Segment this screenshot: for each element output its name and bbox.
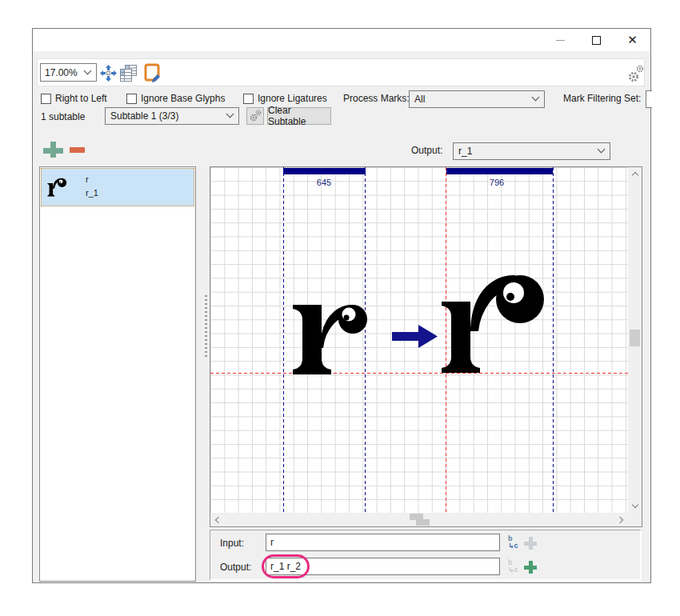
ignore-ligatures-label: Ignore Ligatures bbox=[258, 93, 327, 104]
maximize-button[interactable] bbox=[578, 29, 614, 51]
scroll-right-button[interactable] bbox=[614, 513, 628, 526]
process-marks-value: All bbox=[414, 94, 425, 105]
add-substitution-button[interactable] bbox=[43, 142, 63, 158]
chevron-down-icon bbox=[226, 110, 234, 118]
subtable-settings-button[interactable] bbox=[246, 107, 264, 125]
glyph-canvas: 645 796 bbox=[210, 166, 642, 527]
advance-width-value-result: 796 bbox=[468, 178, 526, 187]
opentype-designer-window: ✕ 17.00% bbox=[32, 28, 651, 583]
plus-icon-bar bbox=[529, 561, 533, 574]
chevron-left-icon bbox=[215, 516, 222, 522]
arrow-to-c-icon: ↳c bbox=[508, 566, 518, 574]
horizontal-scroll-thumb-grip[interactable] bbox=[416, 519, 430, 526]
arrow-to-c-icon: ↳c bbox=[508, 542, 518, 550]
minimize-button[interactable] bbox=[542, 29, 578, 51]
substitution-arrow-icon bbox=[392, 325, 438, 349]
chevron-right-icon bbox=[617, 516, 623, 522]
chevron-down-icon bbox=[598, 146, 606, 154]
mark-filtering-set-combobox[interactable] bbox=[646, 90, 652, 108]
baseline-guide bbox=[210, 373, 628, 374]
fit-to-window-button[interactable] bbox=[99, 64, 118, 82]
pan-arrows-icon bbox=[99, 64, 118, 82]
lookup-output-combobox[interactable]: r_1 bbox=[453, 142, 610, 160]
process-marks-label: Process Marks: bbox=[343, 93, 410, 104]
remove-substitution-button[interactable] bbox=[70, 147, 85, 153]
edit-lookup-button[interactable] bbox=[142, 64, 162, 82]
input-field[interactable]: r bbox=[266, 534, 500, 551]
chevron-up-icon bbox=[631, 172, 638, 178]
item-input-glyph-name: r bbox=[86, 174, 89, 184]
process-marks-combobox[interactable]: All bbox=[409, 90, 545, 108]
confirm-input-button-disabled bbox=[524, 537, 537, 550]
annotation-highlight-ellipse bbox=[262, 554, 310, 578]
subtable-combobox[interactable]: Subtable 1 (3/3) bbox=[105, 107, 239, 125]
source-glyph-r bbox=[286, 302, 370, 374]
subtable-value: Subtable 1 (3/3) bbox=[110, 110, 178, 122]
class-manager-button[interactable] bbox=[119, 64, 138, 82]
output-label: Output: bbox=[220, 562, 251, 573]
guide-line-left-sidebearing bbox=[283, 167, 284, 513]
gears-icon bbox=[627, 64, 645, 83]
confirm-output-button[interactable] bbox=[524, 561, 537, 574]
title-bar: ✕ bbox=[33, 29, 650, 51]
guide-line-advance bbox=[553, 167, 554, 513]
minimize-icon bbox=[556, 40, 565, 41]
subtable-count-label: 1 subtable bbox=[41, 111, 85, 122]
scroll-down-button[interactable] bbox=[628, 499, 642, 513]
tables-icon bbox=[119, 64, 138, 82]
toolbar: 17.00% bbox=[37, 58, 645, 86]
input-value: r bbox=[270, 537, 274, 548]
scroll-left-button[interactable] bbox=[210, 513, 224, 526]
advance-width-value-source: 645 bbox=[295, 178, 353, 187]
gears-icon bbox=[250, 110, 262, 122]
scrollbar-corner bbox=[628, 513, 642, 526]
ignore-base-glyphs-checkbox[interactable] bbox=[126, 94, 137, 104]
plus-icon-bar bbox=[50, 142, 56, 158]
result-glyph-r1 bbox=[440, 272, 552, 374]
input-label: Input: bbox=[220, 538, 244, 549]
ignore-ligatures-checkbox[interactable] bbox=[243, 94, 254, 104]
scroll-up-button[interactable] bbox=[628, 167, 642, 181]
chevron-down-icon bbox=[532, 94, 540, 102]
lookup-output-value: r_1 bbox=[458, 146, 472, 157]
clear-subtable-button[interactable]: Clear Subtable bbox=[267, 107, 331, 125]
chevron-down-icon bbox=[631, 502, 638, 508]
panel-splitter[interactable] bbox=[205, 295, 207, 358]
plus-icon-bar bbox=[529, 537, 533, 550]
mark-filtering-set-label: Mark Filtering Set: bbox=[563, 93, 641, 104]
right-to-left-checkbox[interactable] bbox=[41, 94, 51, 104]
maximize-icon bbox=[592, 36, 601, 45]
glyph-thumbnail-r bbox=[47, 175, 68, 199]
vertical-scroll-thumb[interactable] bbox=[630, 330, 640, 346]
chevron-down-icon bbox=[84, 66, 92, 74]
item-output-glyph-name: r_1 bbox=[86, 188, 98, 198]
substitution-list[interactable]: r r_1 bbox=[39, 166, 196, 582]
glyph-drawing-area[interactable]: 645 796 bbox=[210, 167, 628, 513]
glyph-name-convert-button-output[interactable]: b ↳c bbox=[506, 559, 523, 575]
glyph-name-convert-button-input[interactable]: b ↳c bbox=[506, 535, 523, 551]
close-icon: ✕ bbox=[627, 33, 638, 47]
horizontal-scrollbar[interactable] bbox=[210, 513, 628, 526]
right-to-left-label: Right to Left bbox=[55, 93, 107, 104]
io-panel: Input: r b ↳c Output: r_1 r_2 b ↳c bbox=[210, 530, 642, 581]
lookup-output-label: Output: bbox=[411, 145, 442, 156]
page-edit-icon bbox=[142, 63, 162, 83]
settings-button[interactable] bbox=[627, 64, 645, 82]
advance-width-bar-source bbox=[283, 168, 366, 174]
advance-width-bar-result bbox=[446, 168, 553, 174]
zoom-level-combobox[interactable]: 17.00% bbox=[40, 63, 97, 82]
close-button[interactable]: ✕ bbox=[614, 29, 650, 51]
ignore-base-glyphs-label: Ignore Base Glyphs bbox=[141, 93, 225, 104]
zoom-level-value: 17.00% bbox=[45, 67, 78, 78]
substitution-list-item-selected[interactable]: r r_1 bbox=[41, 168, 194, 206]
vertical-scrollbar[interactable] bbox=[628, 167, 642, 513]
